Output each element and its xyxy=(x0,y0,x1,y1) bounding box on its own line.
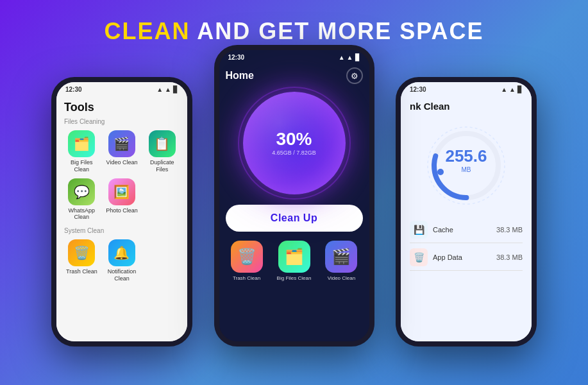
big-files-bottom-icon: 🗂️ xyxy=(278,241,310,273)
files-section-label: Files Cleaning xyxy=(64,118,180,125)
whatsapp-clean-label: WhatsAppClean xyxy=(69,207,96,221)
storage-size: 4.65GB / 7.82GB xyxy=(272,150,316,156)
gauge-unit-text: MB xyxy=(462,166,471,173)
right-status-bar: 12:30 ▲ ▲ ▊ xyxy=(401,82,532,96)
system-icon-grid: 🗑️ Trash Clean 🔔 NotificationClean xyxy=(64,239,180,282)
list-item[interactable]: 💬 WhatsAppClean xyxy=(64,178,99,221)
battery-icon: ▊ xyxy=(173,86,178,93)
right-phone: 12:30 ▲ ▲ ▊ nk Clean xyxy=(396,77,537,346)
list-item[interactable]: 💾 Cache 38.3 MB xyxy=(410,221,523,243)
notification-clean-icon: 🔔 xyxy=(108,239,135,266)
battery-icon: ▊ xyxy=(355,54,360,61)
app-data-label: App Data xyxy=(433,253,462,261)
big-files-bottom-label: Big Files Clean xyxy=(277,275,312,281)
phones-container: 12:30 ▲ ▲ ▊ Tools Files Cleaning 🗂️ Big … xyxy=(0,51,588,359)
right-status-icons: ▲ ▲ ▊ xyxy=(501,86,523,93)
list-item[interactable]: 🗑️ Trash Clean xyxy=(231,241,263,281)
left-status-time: 12:30 xyxy=(65,86,82,93)
tools-title: Tools xyxy=(64,101,180,114)
left-phone: 12:30 ▲ ▲ ▊ Tools Files Cleaning 🗂️ Big … xyxy=(51,77,192,346)
duplicate-files-icon: 📋 xyxy=(149,130,176,157)
whatsapp-clean-icon: 💬 xyxy=(68,178,95,205)
svg-point-0 xyxy=(428,127,505,204)
svg-point-3 xyxy=(437,169,444,175)
notification-clean-label: NotificationClean xyxy=(108,268,137,282)
big-files-icon: 🗂️ xyxy=(68,130,95,157)
cache-icon: 💾 xyxy=(410,221,428,239)
wifi-icon: ▲ xyxy=(165,86,171,93)
signal-icon: ▲ xyxy=(509,86,516,93)
junk-item-left: 💾 Cache xyxy=(410,221,453,239)
video-clean-bottom-label: Video Clean xyxy=(328,275,355,281)
photo-clean-label: Photo Clean xyxy=(106,207,138,214)
right-phone-body: nk Clean 255.6 MB xyxy=(401,96,532,346)
battery-icon: ▊ xyxy=(517,86,523,93)
list-item[interactable]: 🗂️ Big FilesClean xyxy=(64,130,99,173)
trash-clean-bottom-label: Trash Clean xyxy=(233,275,260,281)
center-status-icons: ▲ ▲ ▊ xyxy=(339,54,360,61)
app-data-icon: 🗑️ xyxy=(410,248,428,266)
storage-percent: 30% xyxy=(272,130,316,148)
wifi-icon: ▲ xyxy=(501,86,507,93)
header-rest: AND GET MORE SPACE xyxy=(190,18,483,44)
big-files-label: Big FilesClean xyxy=(71,159,93,173)
storage-gauge: 30% 4.65GB / 7.82GB xyxy=(243,92,346,194)
trash-clean-bottom-icon: 🗑️ xyxy=(231,241,263,273)
files-icon-grid: 🗂️ Big FilesClean 🎬 Video Clean 📋 Duplic… xyxy=(64,130,180,221)
cache-label: Cache xyxy=(433,226,453,234)
trash-clean-icon: 🗑️ xyxy=(68,239,95,266)
center-phone: 12:30 ▲ ▲ ▊ Home ⚙ 30% 4.65GB / 7.82GB xyxy=(214,45,374,346)
left-status-icons: ▲ ▲ ▊ xyxy=(156,86,178,93)
signal-icon: ▲ xyxy=(347,54,353,61)
signal-icon: ▲ xyxy=(156,86,163,93)
center-status-bar: 12:30 ▲ ▲ ▊ xyxy=(219,50,369,64)
settings-icon[interactable]: ⚙ xyxy=(346,67,363,84)
junk-title: nk Clean xyxy=(410,101,523,112)
circle-inner: 30% 4.65GB / 7.82GB xyxy=(272,130,316,156)
junk-list: 💾 Cache 38.3 MB 🗑️ App Data 38.3 MB xyxy=(410,221,523,271)
gauge-value-text: 255.6 xyxy=(445,146,487,166)
page-header: CLEAN AND GET MORE SPACE xyxy=(104,18,483,45)
duplicate-files-label: DuplicateFiles xyxy=(150,159,174,173)
list-item[interactable]: 🎬 Video Clean xyxy=(325,241,357,281)
cleanup-button[interactable]: Clean Up xyxy=(226,205,363,232)
gauge-svg: 255.6 MB xyxy=(421,121,511,210)
list-item[interactable]: 🗂️ Big Files Clean xyxy=(277,241,312,281)
video-clean-bottom-icon: 🎬 xyxy=(325,241,357,273)
list-item[interactable]: 🗑️ App Data 38.3 MB xyxy=(410,248,523,271)
list-item[interactable]: 🔔 NotificationClean xyxy=(105,239,140,282)
list-item[interactable]: 📋 DuplicateFiles xyxy=(144,130,180,173)
center-header: Home ⚙ xyxy=(226,67,363,84)
left-status-bar: 12:30 ▲ ▲ ▊ xyxy=(56,82,187,96)
left-phone-body: Tools Files Cleaning 🗂️ Big FilesClean 🎬… xyxy=(56,96,187,346)
cache-size: 38.3 MB xyxy=(496,226,523,234)
app-data-size: 38.3 MB xyxy=(496,253,523,261)
junk-item-left: 🗑️ App Data xyxy=(410,248,462,266)
header-clean-word: CLEAN xyxy=(104,18,190,44)
video-clean-icon: 🎬 xyxy=(108,130,135,157)
list-item[interactable]: 🗑️ Trash Clean xyxy=(64,239,99,282)
list-item[interactable]: 🎬 Video Clean xyxy=(105,130,140,173)
photo-clean-icon: 🖼️ xyxy=(108,178,135,205)
junk-gauge: 255.6 MB xyxy=(410,121,523,210)
center-status-time: 12:30 xyxy=(228,54,245,61)
center-phone-body: Home ⚙ 30% 4.65GB / 7.82GB Clean Up 🗑️ xyxy=(219,64,369,346)
system-section-label: System Clean xyxy=(64,227,180,234)
right-status-time: 12:30 xyxy=(410,86,426,93)
home-title: Home xyxy=(226,70,254,81)
wifi-icon: ▲ xyxy=(339,54,345,61)
bottom-icons-row: 🗑️ Trash Clean 🗂️ Big Files Clean 🎬 Vide… xyxy=(226,241,363,281)
trash-clean-label: Trash Clean xyxy=(66,268,97,275)
list-item[interactable]: 🖼️ Photo Clean xyxy=(105,178,140,221)
video-clean-label: Video Clean xyxy=(106,159,138,166)
